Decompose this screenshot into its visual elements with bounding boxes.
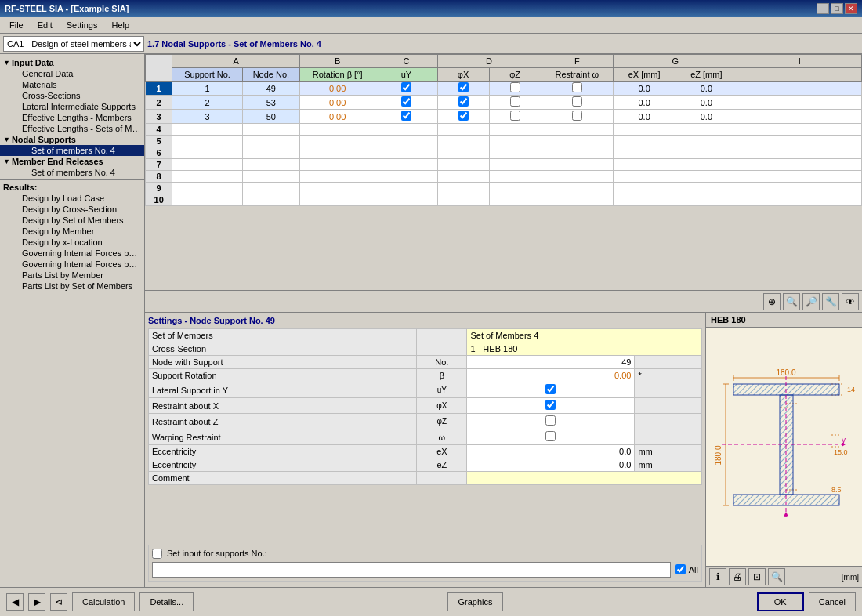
rot_z-checkbox[interactable]: [510, 111, 520, 121]
support-rotation-row: Support Rotation β 0.00 *: [149, 369, 702, 382]
set-of-members-label: Set of Members: [149, 329, 417, 342]
cancel-button[interactable]: Cancel: [809, 592, 856, 611]
rot_z-checkbox[interactable]: [510, 82, 520, 92]
eye-btn[interactable]: 👁: [842, 293, 859, 310]
menu-help[interactable]: Help: [105, 19, 136, 31]
support-no-cell: 1: [172, 82, 242, 96]
design-case-dropdown[interactable]: CA1 - Design of steel members a...: [3, 36, 144, 52]
lat_support-checkbox[interactable]: [401, 111, 411, 121]
eccentricity-x-symbol: eX: [417, 445, 467, 458]
table-row: 5: [146, 136, 862, 147]
sidebar-item-parts-member[interactable]: Parts List by Member: [0, 270, 144, 281]
sidebar-item-cross-sections[interactable]: Cross-Sections: [0, 90, 144, 101]
wrench-btn[interactable]: 🔧: [822, 293, 839, 310]
close-button[interactable]: ✕: [845, 3, 857, 14]
row-num-cell: 6: [146, 147, 172, 159]
empty-cell: [172, 171, 242, 183]
th-col-b: B: [300, 55, 375, 68]
empty-cell: [172, 124, 242, 136]
menu-settings[interactable]: Settings: [60, 19, 104, 31]
cs-zoom-btn[interactable]: 🔍: [768, 568, 785, 585]
minimize-button[interactable]: ─: [817, 3, 829, 14]
sidebar-item-set-members-4[interactable]: Set of members No. 4: [0, 145, 144, 156]
table-row: 33500.000.00.0: [146, 110, 862, 124]
empty-cell: [614, 124, 675, 136]
warping-symbol: ω: [417, 429, 467, 445]
sidebar-item-lateral-supports[interactable]: Lateral Intermediate Supports: [0, 101, 144, 112]
lat_support-cell: [375, 96, 437, 110]
cs-print-btn[interactable]: 🖨: [729, 568, 746, 585]
sidebar-item-general-data[interactable]: General Data: [0, 68, 144, 79]
warping-checkbox[interactable]: [572, 111, 582, 121]
restraint-z-checkbox[interactable]: [545, 415, 556, 426]
cs-info-btn[interactable]: ℹ: [709, 568, 726, 585]
rot_x-checkbox[interactable]: [458, 82, 469, 92]
all-checkbox[interactable]: [675, 564, 686, 574]
empty-cell: [541, 124, 613, 136]
sidebar-item-eff-lengths-members[interactable]: Effective Lengths - Members: [0, 112, 144, 123]
th-col-i: I: [737, 55, 862, 68]
empty-cell: [172, 136, 242, 147]
rotation-cell: 0.00: [300, 110, 375, 124]
sidebar-item-parts-set[interactable]: Parts List by Set of Members: [0, 281, 144, 292]
support-rotation-label: Support Rotation: [149, 369, 417, 382]
row-num-cell: 5: [146, 136, 172, 147]
zoom-out-btn[interactable]: 🔎: [802, 293, 820, 310]
restraint-x-checkbox-cell: [467, 398, 635, 414]
empty-cell: [242, 124, 299, 136]
sidebar-item-design-load-case[interactable]: Design by Load Case: [0, 193, 144, 204]
sidebar-item-design-cross-section[interactable]: Design by Cross-Section: [0, 204, 144, 215]
heb-container: 180.0 180.0 1: [706, 328, 862, 566]
restraint-x-checkbox[interactable]: [545, 400, 556, 410]
ok-button[interactable]: OK: [757, 592, 804, 611]
nav-back-btn[interactable]: ◀: [6, 593, 24, 611]
eccentricity-x-unit: mm: [635, 445, 702, 458]
support-no-cell: 2: [172, 96, 242, 110]
calculation-button[interactable]: Calculation: [72, 592, 135, 611]
empty-cell: [614, 136, 675, 147]
details-button[interactable]: Details...: [139, 592, 194, 611]
lat_support-checkbox[interactable]: [401, 82, 411, 92]
table-row: 9: [146, 183, 862, 194]
empty-cell: [300, 171, 375, 183]
th-comment: [737, 68, 862, 82]
empty-cell: [541, 159, 613, 171]
sidebar-item-gov-forces-m[interactable]: Governing Internal Forces by M: [0, 248, 144, 259]
supports-no-input[interactable]: [152, 562, 671, 578]
table-wrapper[interactable]: A B C D F G I Support No. Node No.: [145, 54, 862, 290]
rot_x-checkbox[interactable]: [458, 111, 469, 121]
sidebar-item-design-member[interactable]: Design by Member: [0, 226, 144, 237]
rot_z-checkbox[interactable]: [510, 96, 520, 107]
lateral-support-checkbox[interactable]: [545, 384, 556, 394]
row-num-cell: 10: [146, 194, 172, 206]
zoom-in-btn[interactable]: 🔍: [783, 293, 800, 310]
graphics-button[interactable]: Graphics: [447, 592, 502, 611]
nav-forward-btn[interactable]: ▶: [28, 593, 45, 611]
empty-cell: [437, 147, 489, 159]
cs-export-btn[interactable]: ⊡: [748, 568, 766, 585]
empty-row-1: [149, 485, 702, 499]
sidebar-item-end-releases-4[interactable]: Set of members No. 4: [0, 167, 144, 178]
empty-cell: [614, 194, 675, 206]
lateral-support-checkbox-cell: [467, 382, 635, 398]
lateral-support-symbol: uY: [417, 382, 467, 398]
magnify-btn[interactable]: ⊕: [763, 293, 781, 310]
sidebar-item-design-xloc[interactable]: Design by x-Location: [0, 237, 144, 248]
warping-checkbox-cell: [467, 429, 635, 445]
lat_support-checkbox[interactable]: [401, 96, 411, 107]
set-input-checkbox[interactable]: [152, 549, 162, 559]
menu-file[interactable]: File: [3, 19, 30, 31]
warping-checkbox[interactable]: [572, 82, 582, 92]
sidebar-item-design-set-members[interactable]: Design by Set of Members: [0, 215, 144, 226]
sidebar-item-eff-lengths-sets[interactable]: Effective Lengths - Sets of Me...: [0, 123, 144, 134]
empty-cell: [541, 194, 613, 206]
sidebar-item-gov-forces-s[interactable]: Governing Internal Forces by S...: [0, 259, 144, 270]
svg-text:14: 14: [847, 386, 855, 393]
maximize-button[interactable]: □: [831, 3, 843, 14]
nav-up-btn[interactable]: ⊲: [50, 593, 67, 611]
sidebar-item-materials[interactable]: Materials: [0, 79, 144, 90]
menu-edit[interactable]: Edit: [31, 19, 59, 31]
warping-checkbox[interactable]: [572, 96, 582, 107]
rot_x-checkbox[interactable]: [458, 96, 469, 107]
warping-checkbox[interactable]: [545, 431, 556, 441]
